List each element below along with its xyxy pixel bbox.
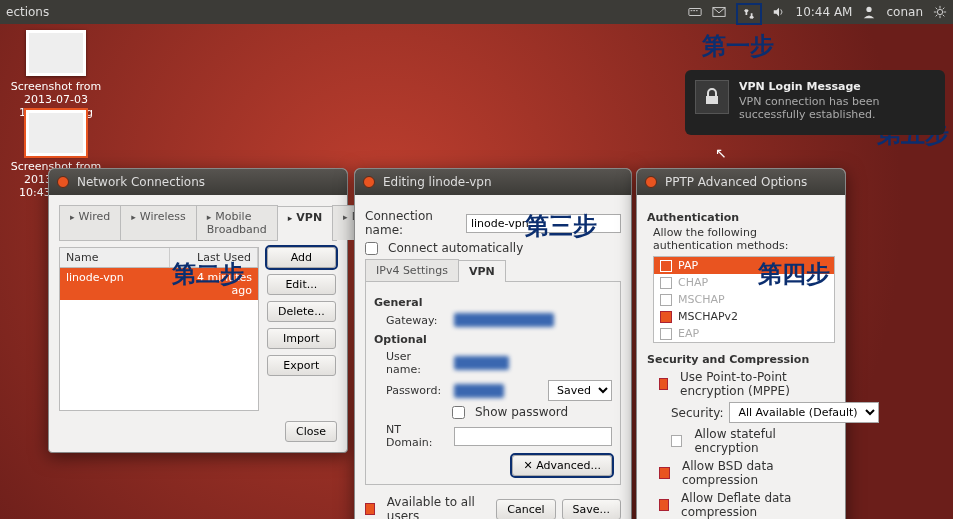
password-label: Password: (386, 384, 448, 397)
tab-mobile[interactable]: Mobile Broadband (196, 205, 278, 240)
password-input[interactable] (454, 384, 504, 398)
svg-point-6 (937, 9, 942, 14)
auth-heading: Authentication (647, 211, 835, 224)
step-2-label: 第二步 (172, 258, 244, 290)
export-button[interactable]: Export (267, 355, 336, 376)
avail-checkbox[interactable] (365, 503, 375, 515)
show-password-checkbox[interactable] (452, 406, 465, 419)
stateful-checkbox[interactable] (671, 435, 682, 447)
bsd-checkbox[interactable] (659, 467, 670, 479)
step-3-label: 第三步 (525, 210, 597, 242)
win1-title: Network Connections (77, 175, 205, 189)
close-icon[interactable] (57, 176, 69, 188)
auto-connect-checkbox[interactable] (365, 242, 378, 255)
gateway-input[interactable] (454, 313, 554, 327)
deflate-label: Allow Deflate data compression (681, 491, 835, 519)
advanced-button[interactable]: ✕ Advanced... (512, 455, 612, 476)
gear-icon[interactable] (933, 5, 947, 19)
gateway-label: Gateway: (386, 314, 448, 327)
user-icon (862, 5, 876, 19)
deflate-checkbox[interactable] (659, 499, 669, 511)
svg-rect-0 (688, 9, 700, 16)
notification-msg: VPN connection has been successfully est… (739, 95, 933, 121)
username-label: User name: (386, 350, 448, 376)
svg-rect-1 (690, 10, 692, 11)
svg-point-5 (867, 7, 872, 12)
conn-name-label: Connection name: (365, 209, 460, 237)
auth-mschapv2[interactable]: MSCHAPv2 (654, 308, 834, 325)
auth-eap[interactable]: EAP (654, 325, 834, 342)
delete-button[interactable]: Delete... (267, 301, 336, 322)
lock-icon (695, 80, 729, 114)
stateful-label: Allow stateful encryption (694, 427, 835, 455)
step-4-label: 第四步 (758, 258, 830, 290)
tab-wireless[interactable]: Wireless (120, 205, 197, 240)
mppe-label: Use Point-to-Point encryption (MPPE) (680, 370, 835, 398)
row-name: linode-vpn (60, 268, 170, 300)
optional-heading: Optional (374, 333, 612, 346)
sec-heading: Security and Compression (647, 353, 835, 366)
add-button[interactable]: Add (267, 247, 336, 268)
general-heading: General (374, 296, 612, 309)
show-password-label: Show password (475, 405, 568, 419)
svg-rect-3 (695, 10, 697, 11)
win3-title: PPTP Advanced Options (665, 175, 807, 189)
pptp-advanced-window: PPTP Advanced Options Authentication All… (636, 168, 846, 519)
auto-connect-label: Connect automatically (388, 241, 523, 255)
edit-button[interactable]: Edit... (267, 274, 336, 295)
cancel-button[interactable]: Cancel (496, 499, 555, 520)
network-icon[interactable] (736, 3, 762, 25)
close-button[interactable]: Close (285, 421, 337, 442)
tab-ipv4[interactable]: IPv4 Settings (365, 259, 459, 281)
avail-label: Available to all users (387, 495, 484, 519)
svg-rect-2 (693, 10, 695, 11)
save-button[interactable]: Save... (562, 499, 622, 520)
user-name[interactable]: conan (886, 5, 923, 19)
app-menu-title: ections (6, 5, 49, 19)
auth-label: Allow the following authentication metho… (653, 226, 835, 252)
import-button[interactable]: Import (267, 328, 336, 349)
bsd-label: Allow BSD data compression (682, 459, 835, 487)
tab-vpn-settings[interactable]: VPN (458, 260, 506, 282)
svg-rect-7 (706, 96, 718, 104)
desktop-icon-1[interactable]: Screenshot from 2013-07-03 10:34:06.png (6, 30, 106, 119)
close-icon[interactable] (363, 176, 375, 188)
clock[interactable]: 10:44 AM (796, 5, 853, 19)
security-select[interactable]: All Available (Default) (729, 402, 879, 423)
ntdomain-label: NT Domain: (386, 423, 448, 449)
auth-mschap[interactable]: MSCHAP (654, 291, 834, 308)
keyboard-icon[interactable] (688, 5, 702, 19)
ntdomain-input[interactable] (454, 427, 612, 446)
win2-title: Editing linode-vpn (383, 175, 492, 189)
tab-vpn[interactable]: VPN (277, 206, 333, 241)
notification-title: VPN Login Message (739, 80, 933, 93)
security-label: Security: (671, 406, 723, 420)
step-1-label: 第一步 (702, 30, 774, 62)
notification: VPN Login Message VPN connection has bee… (685, 70, 945, 135)
mppe-checkbox[interactable] (659, 378, 668, 390)
username-input[interactable] (454, 356, 509, 370)
conn-type-tabs: Wired Wireless Mobile Broadband VPN DSL (59, 205, 337, 241)
close-icon[interactable] (645, 176, 657, 188)
col-name[interactable]: Name (60, 248, 170, 267)
mail-icon[interactable] (712, 5, 726, 19)
cursor-icon: ↖ (715, 145, 727, 161)
volume-icon[interactable] (772, 5, 786, 19)
network-connections-window: Network Connections Wired Wireless Mobil… (48, 168, 348, 453)
tab-wired[interactable]: Wired (59, 205, 121, 240)
password-storage-select[interactable]: Saved (548, 380, 612, 401)
top-panel: ections 10:44 AM conan (0, 0, 953, 24)
